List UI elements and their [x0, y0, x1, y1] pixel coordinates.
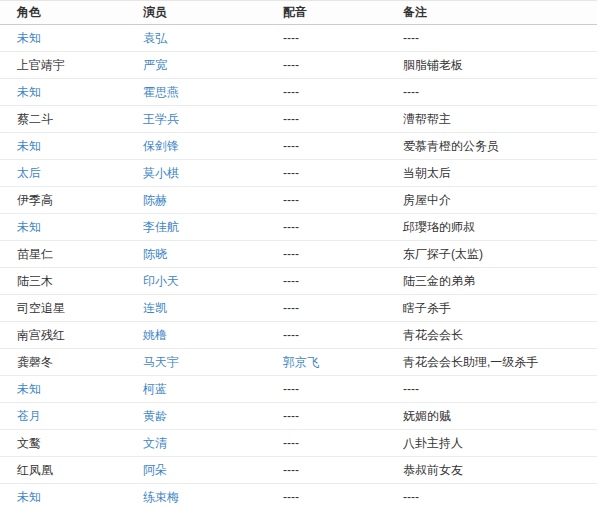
voice-text: ----: [283, 247, 299, 261]
table-row: 苍月黄龄----妩媚的贼: [0, 403, 597, 430]
note-text: ----: [403, 490, 419, 504]
note-cell: ----: [388, 484, 597, 508]
note-text: 青花会会长: [403, 328, 463, 342]
note-cell: ----: [388, 25, 597, 52]
note-text: 胭脂铺老板: [403, 58, 463, 72]
voice-cell: 郭京飞: [268, 349, 388, 376]
note-text: ----: [403, 31, 419, 45]
voice-text: ----: [283, 112, 299, 126]
actor-cell: 保剑锋: [128, 133, 268, 160]
actor-link[interactable]: 霍思燕: [143, 85, 179, 99]
note-cell: 妩媚的贼: [388, 403, 597, 430]
note-text: ----: [403, 382, 419, 396]
table-row: 龚磬冬马天宇郭京飞青花会会长助理,一级杀手: [0, 349, 597, 376]
table-row: 未知保剑锋----爱慕青橙的公务员: [0, 133, 597, 160]
role-text: 南宫残红: [17, 328, 65, 342]
column-header-voice: 配音: [268, 1, 388, 25]
voice-cell: ----: [268, 133, 388, 160]
role-cell: 南宫残红: [0, 322, 128, 349]
actor-cell: 陈晓: [128, 241, 268, 268]
actor-link[interactable]: 莫小棋: [143, 166, 179, 180]
role-cell: 文鹜: [0, 430, 128, 457]
note-cell: 东厂探子(太监): [388, 241, 597, 268]
actor-link[interactable]: 黄龄: [143, 409, 167, 423]
role-link[interactable]: 未知: [17, 85, 41, 99]
actor-link[interactable]: 练束梅: [143, 490, 179, 504]
role-cell: 龚磬冬: [0, 349, 128, 376]
role-link[interactable]: 苍月: [17, 409, 41, 423]
actor-link[interactable]: 陈赫: [143, 193, 167, 207]
actor-cell: 黄龄: [128, 403, 268, 430]
table-row: 上官靖宇严宽----胭脂铺老板: [0, 52, 597, 79]
note-text: 房屋中介: [403, 193, 451, 207]
note-text: 妩媚的贼: [403, 409, 451, 423]
voice-cell: ----: [268, 241, 388, 268]
voice-cell: ----: [268, 25, 388, 52]
role-text: 陆三木: [17, 274, 53, 288]
role-text: 苗星仁: [17, 247, 53, 261]
role-cell: 苗星仁: [0, 241, 128, 268]
note-cell: 恭叔前女友: [388, 457, 597, 484]
role-text: 蔡二斗: [17, 112, 53, 126]
table-row: 太后莫小棋----当朝太后: [0, 160, 597, 187]
role-link[interactable]: 未知: [17, 220, 41, 234]
note-text: 爱慕青橙的公务员: [403, 139, 499, 153]
role-text: 文鹜: [17, 436, 41, 450]
voice-cell: ----: [268, 187, 388, 214]
column-header-actor-label: 演员: [143, 5, 167, 19]
table-row: 陆三木印小天----陆三金的弟弟: [0, 268, 597, 295]
note-cell: ----: [388, 376, 597, 403]
role-cell: 未知: [0, 79, 128, 106]
role-link[interactable]: 未知: [17, 31, 41, 45]
actor-link[interactable]: 王学兵: [143, 112, 179, 126]
note-text: 邱璎珞的师叔: [403, 220, 475, 234]
role-link[interactable]: 未知: [17, 490, 41, 504]
voice-text: ----: [283, 382, 299, 396]
role-cell: 未知: [0, 484, 128, 508]
note-cell: 房屋中介: [388, 187, 597, 214]
actor-cell: 陈赫: [128, 187, 268, 214]
table-row: 未知李佳航----邱璎珞的师叔: [0, 214, 597, 241]
note-text: 当朝太后: [403, 166, 451, 180]
actor-link[interactable]: 李佳航: [143, 220, 179, 234]
actor-link[interactable]: 连凯: [143, 301, 167, 315]
voice-text: ----: [283, 193, 299, 207]
role-cell: 陆三木: [0, 268, 128, 295]
table-row: 未知霍思燕--------: [0, 79, 597, 106]
actor-link[interactable]: 姚橹: [143, 328, 167, 342]
role-cell: 苍月: [0, 403, 128, 430]
role-cell: 太后: [0, 160, 128, 187]
actor-link[interactable]: 袁弘: [143, 31, 167, 45]
note-cell: 瞎子杀手: [388, 295, 597, 322]
actor-link[interactable]: 严宽: [143, 58, 167, 72]
actor-link[interactable]: 文清: [143, 436, 167, 450]
actor-link[interactable]: 马天宇: [143, 355, 179, 369]
role-link[interactable]: 未知: [17, 139, 41, 153]
voice-cell: ----: [268, 160, 388, 187]
voice-text: ----: [283, 436, 299, 450]
actor-link[interactable]: 印小天: [143, 274, 179, 288]
note-cell: ----: [388, 79, 597, 106]
table-row: 苗星仁陈晓----东厂探子(太监): [0, 241, 597, 268]
note-text: ----: [403, 85, 419, 99]
voice-cell: ----: [268, 214, 388, 241]
actor-link[interactable]: 保剑锋: [143, 139, 179, 153]
actor-cell: 严宽: [128, 52, 268, 79]
actor-cell: 莫小棋: [128, 160, 268, 187]
actor-link[interactable]: 柯蓝: [143, 382, 167, 396]
table-row: 司空追星连凯----瞎子杀手: [0, 295, 597, 322]
actor-cell: 王学兵: [128, 106, 268, 133]
actor-cell: 练束梅: [128, 484, 268, 508]
voice-text: ----: [283, 166, 299, 180]
role-link[interactable]: 未知: [17, 382, 41, 396]
role-link[interactable]: 太后: [17, 166, 41, 180]
actor-cell: 霍思燕: [128, 79, 268, 106]
actor-link[interactable]: 阿朵: [143, 463, 167, 477]
voice-text: ----: [283, 85, 299, 99]
note-text: 漕帮帮主: [403, 112, 451, 126]
note-text: 陆三金的弟弟: [403, 274, 475, 288]
voice-link[interactable]: 郭京飞: [283, 355, 319, 369]
role-text: 红凤凰: [17, 463, 53, 477]
role-cell: 上官靖宇: [0, 52, 128, 79]
actor-link[interactable]: 陈晓: [143, 247, 167, 261]
